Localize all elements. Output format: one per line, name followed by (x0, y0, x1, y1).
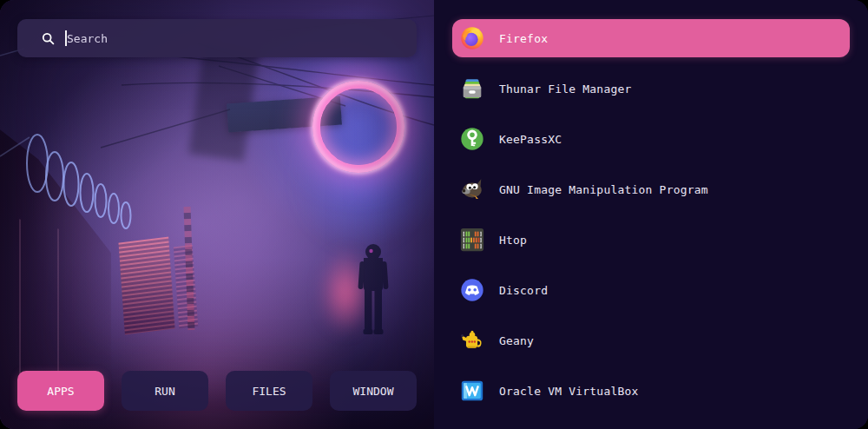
tab-files[interactable]: FILES (226, 371, 312, 411)
app-label: KeePassXC (499, 133, 562, 146)
thunar-icon (459, 76, 485, 102)
tab-apps[interactable]: APPS (17, 371, 104, 411)
wallpaper-vignette (0, 0, 434, 429)
app-row-keepassxc[interactable]: KeePassXC (452, 120, 850, 158)
app-row-htop[interactable]: Htop (452, 221, 850, 259)
app-label: Discord (499, 284, 548, 297)
left-panel: APPS RUN FILES WINDOW (0, 0, 434, 429)
keepassxc-icon (459, 126, 485, 152)
app-label: Geany (499, 334, 534, 347)
search-input[interactable] (67, 32, 417, 45)
app-row-discord[interactable]: Discord (452, 271, 850, 309)
discord-icon (459, 277, 485, 303)
tab-run[interactable]: RUN (122, 371, 208, 411)
search-bar[interactable] (17, 19, 417, 57)
htop-icon (459, 227, 485, 253)
gimp-icon (459, 176, 485, 202)
mode-tabs: APPS RUN FILES WINDOW (0, 371, 434, 411)
app-label: GNU Image Manipulation Program (499, 183, 708, 196)
app-row-firefox[interactable]: Firefox (452, 19, 850, 57)
app-row-thunar[interactable]: Thunar File Manager (452, 69, 850, 108)
search-icon (42, 32, 55, 45)
tab-window[interactable]: WINDOW (330, 371, 417, 411)
launcher-window: APPS RUN FILES WINDOW (0, 0, 868, 429)
text-caret (65, 30, 67, 46)
app-label: Htop (499, 234, 527, 247)
app-label: Oracle VM VirtualBox (499, 385, 639, 398)
app-row-virtualbox[interactable]: Oracle VM VirtualBox (452, 372, 850, 410)
app-list: Firefox Thunar File Manager (434, 0, 868, 429)
virtualbox-icon (459, 378, 485, 404)
app-row-geany[interactable]: Geany (452, 321, 850, 360)
firefox-icon (459, 25, 485, 51)
geany-icon (459, 327, 485, 353)
app-label: Firefox (499, 32, 548, 45)
app-row-gimp[interactable]: GNU Image Manipulation Program (452, 170, 850, 208)
app-label: Thunar File Manager (499, 82, 632, 96)
